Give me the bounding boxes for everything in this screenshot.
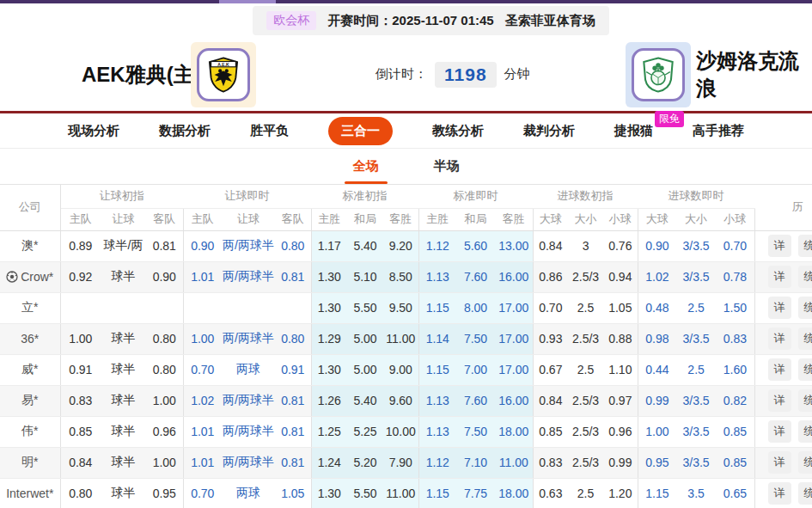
nav-tab-裁判分析[interactable]: 裁判分析: [523, 123, 575, 139]
sub-header: 客队: [146, 208, 183, 230]
odds-cell: 1.05: [275, 478, 311, 508]
sub-header: 让球: [101, 208, 146, 230]
odds-cell: 0.70: [533, 292, 568, 323]
odds-cell: 5.50: [347, 478, 383, 508]
detail-button[interactable]: 详: [768, 266, 791, 288]
detail-button[interactable]: 详: [768, 389, 791, 412]
match-info-pill: 欧会杯 开赛时间：2025-11-07 01:45 圣索菲亚体育场: [253, 6, 608, 35]
sub-header: 大球: [638, 208, 676, 230]
detail-button[interactable]: 详: [768, 420, 791, 443]
odds-cell: 球半/两: [101, 230, 146, 261]
away-team-name: 沙姆洛克流浪: [696, 47, 812, 102]
company-cell: Interwet*: [0, 478, 60, 508]
odds-cell: 5.60: [456, 230, 495, 261]
detail-button[interactable]: 详: [768, 235, 791, 257]
odds-cell: 3/3.5: [676, 323, 716, 354]
odds-cell: 7.50: [456, 323, 495, 354]
actions-cell: 详统: [754, 416, 812, 447]
sub-header: 主队: [60, 208, 101, 230]
odds-cell: 0.99: [638, 385, 676, 416]
odds-cell: 0.83: [716, 323, 754, 354]
odds-cell: 0.81: [275, 261, 311, 292]
odds-cell: 1.12: [418, 230, 456, 261]
odds-cell: 0.81: [275, 447, 311, 478]
nav-tab-胜平负[interactable]: 胜平负: [250, 123, 289, 139]
sub-header: 客队: [275, 208, 311, 230]
table-row: Interwet*0.80球半0.950.70两球1.051.305.5011.…: [0, 478, 812, 508]
nav-tab-高手推荐[interactable]: 高手推荐: [693, 123, 744, 139]
odds-cell: 0.78: [716, 261, 754, 292]
odds-cell: 2.5/3: [568, 323, 603, 354]
kickoff-value: 2025-11-07 01:45: [392, 13, 493, 28]
actions-cell: 详统: [754, 354, 812, 385]
odds-cell: 8.50: [383, 261, 418, 292]
actions-cell: 详统: [754, 385, 812, 416]
table-row: 威*0.91球半0.800.70两球0.911.305.009.001.157.…: [0, 354, 812, 385]
subtab-半场[interactable]: 半场: [429, 149, 465, 184]
venue: 圣索菲亚体育场: [505, 13, 595, 29]
odds-cell: 0.83: [533, 447, 568, 478]
detail-button[interactable]: 详: [768, 297, 791, 319]
odds-cell: 3/3.5: [676, 261, 716, 292]
odds-cell: 0.65: [716, 478, 754, 508]
stats-button[interactable]: 统: [798, 297, 812, 319]
sub-header: 主胜: [418, 208, 456, 230]
odds-cell: 1.15: [418, 292, 456, 323]
company-cell: 明*: [0, 447, 60, 478]
history-header: 历: [754, 185, 812, 230]
home-team-name: AEK雅典(主): [82, 61, 201, 89]
odds-cell: 0.44: [638, 354, 676, 385]
stats-button[interactable]: 统: [798, 420, 812, 443]
odds-cell: 5.40: [347, 230, 383, 261]
nav-tab-教练分析[interactable]: 教练分析: [432, 123, 484, 139]
odds-cell: 7.10: [456, 447, 495, 478]
detail-button[interactable]: 详: [768, 358, 791, 381]
nav-tab-捷报猫[interactable]: 捷报猫限免: [614, 123, 653, 139]
detail-button[interactable]: 详: [768, 482, 791, 505]
stats-button[interactable]: 统: [798, 327, 812, 350]
odds-cell: 2.5/3: [568, 447, 603, 478]
odds-cell: 0.84: [533, 385, 568, 416]
stats-button[interactable]: 统: [798, 482, 812, 505]
odds-cell: 5.25: [347, 416, 383, 447]
detail-button[interactable]: 详: [768, 327, 791, 350]
odds-cell: 3/3.5: [676, 447, 716, 478]
odds-cell: 18.00: [495, 416, 533, 447]
odds-cell: 两球: [222, 478, 275, 508]
stats-button[interactable]: 统: [798, 389, 812, 412]
stats-button[interactable]: 统: [798, 451, 812, 474]
countdown: 倒计时： 1198 分钟: [375, 62, 530, 88]
odds-cell: 1.14: [418, 323, 456, 354]
company-name: 36*: [21, 332, 39, 346]
stats-button[interactable]: 统: [798, 266, 812, 288]
sub-header: 让球: [222, 208, 275, 230]
nav-tab-三合一[interactable]: 三合一: [328, 117, 393, 145]
stats-button[interactable]: 统: [798, 235, 812, 257]
nav-tab-现场分析[interactable]: 现场分析: [68, 123, 119, 139]
odds-cell: 2.5: [568, 478, 603, 508]
odds-cell: 1.29: [311, 323, 347, 354]
detail-button[interactable]: 详: [768, 451, 791, 474]
odds-cell: 2.5/3: [568, 416, 603, 447]
header-sub-row: 主队让球客队主队让球客队主胜和局客胜主胜和局客胜大球大小小球大球大小小球: [0, 208, 812, 230]
group-header-4: 标准即时: [418, 185, 533, 208]
company-name: 易*: [21, 393, 38, 407]
nav-tab-数据分析[interactable]: 数据分析: [159, 123, 211, 139]
odds-cell: [60, 292, 101, 323]
group-header-6: 进球数即时: [638, 185, 754, 208]
league-badge: 欧会杯: [266, 11, 316, 30]
odds-cell: 7.90: [383, 447, 418, 478]
table-row: Crow*0.92球半0.901.01两/两球半0.811.305.108.50…: [0, 261, 812, 292]
odds-cell: 球半: [101, 323, 146, 354]
subtab-全场[interactable]: 全场: [348, 149, 384, 184]
sub-header: 主胜: [311, 208, 347, 230]
away-logo-box: [632, 48, 685, 101]
odds-cell: 0.85: [533, 416, 568, 447]
odds-cell: 0.92: [60, 261, 101, 292]
period-subtabs: 全场半场: [0, 149, 812, 185]
sub-header: 客胜: [495, 208, 533, 230]
stats-button[interactable]: 统: [798, 358, 812, 381]
odds-cell: 两/两球半: [222, 416, 275, 447]
odds-cell: 1.01: [183, 261, 222, 292]
odds-cell: 0.85: [716, 447, 754, 478]
